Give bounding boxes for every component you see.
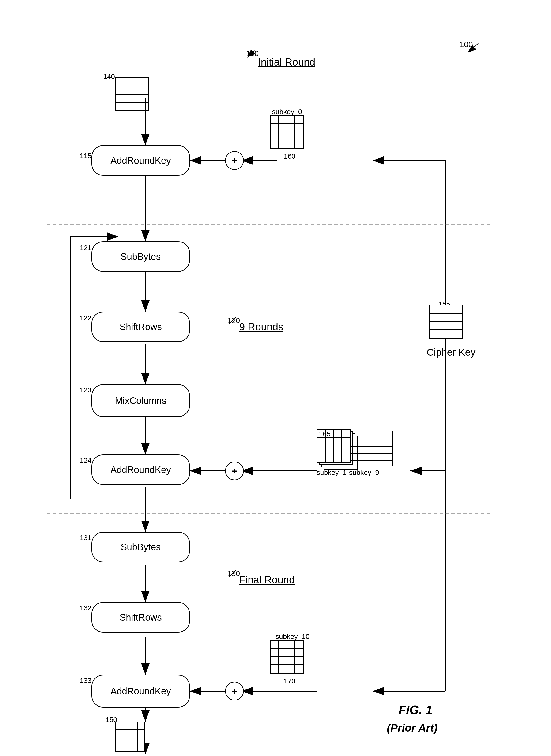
ref-133: 133 [80, 677, 91, 685]
cipher-key-label: Cipher Key [427, 347, 476, 358]
nine-rounds-ref: 120 [227, 316, 237, 326]
xor-round: + [225, 462, 244, 480]
final-round-label: Final Round [239, 574, 295, 586]
initial-round-ref: 110 [246, 49, 255, 59]
ref-115: 115 [80, 152, 91, 160]
shiftrows-final: ShiftRows [91, 602, 190, 633]
input-matrix [115, 77, 149, 111]
subkey10-label: subkey_10 [276, 633, 310, 641]
fig-label: FIG. 1 [399, 703, 432, 717]
cipher-key-matrix [429, 305, 463, 339]
ref-165: 165 [319, 430, 331, 438]
subkey1-9-label: subkey_1-subkey_9 [317, 469, 379, 477]
ref-123: 123 [80, 386, 91, 394]
ref-131: 131 [80, 534, 91, 542]
ref-121: 121 [80, 244, 91, 252]
subkey0-label: subkey_0 [272, 108, 302, 116]
output-matrix [115, 722, 145, 752]
xor-initial: + [225, 151, 244, 170]
ref-132: 132 [80, 604, 91, 612]
ref-170: 170 [284, 677, 296, 685]
ref-122: 122 [80, 314, 91, 322]
ref-160: 160 [284, 152, 296, 160]
addroundkey-initial: AddRoundKey [91, 145, 190, 176]
ref-140: 140 [103, 73, 115, 81]
subkey0-matrix [269, 115, 304, 149]
svg-line-32 [468, 43, 478, 53]
initial-round-label: Initial Round [258, 56, 316, 68]
addroundkey-final: AddRoundKey [91, 675, 190, 708]
subbytes-final: SubBytes [91, 532, 190, 562]
subkey10-matrix [269, 640, 304, 674]
xor-final: + [225, 682, 244, 700]
shiftrows-round: ShiftRows [91, 312, 190, 342]
final-round-ref: 130 [227, 569, 237, 579]
ref-124: 124 [80, 456, 91, 464]
fig-sublabel: (Prior Art) [387, 722, 438, 734]
subbytes-round: SubBytes [91, 241, 190, 272]
nine-rounds-label: 9 Rounds [239, 321, 283, 333]
diagram-container: 100 110 Initial Round 140 115 AddRoundKe… [0, 0, 551, 756]
mixcolumns-round: MixColumns [91, 384, 190, 417]
addroundkey-round: AddRoundKey [91, 454, 190, 485]
